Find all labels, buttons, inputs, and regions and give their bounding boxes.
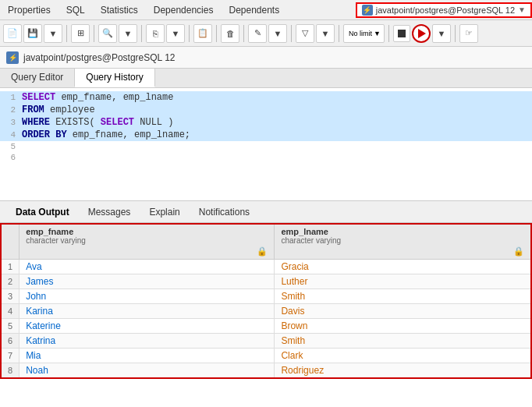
connection-label: javatpoint/postgres@PostgreSQL 12 bbox=[376, 5, 515, 15]
row-num-cell: 1 bbox=[1, 260, 20, 274]
table-row[interactable]: 6 Katrina Smith bbox=[1, 334, 531, 349]
row-num-cell: 8 bbox=[1, 363, 20, 379]
menu-bar: Properties SQL Statistics Dependencies D… bbox=[0, 0, 532, 20]
col-lname-type: character varying bbox=[281, 236, 524, 245]
sql-line-6: 6 bbox=[0, 152, 532, 163]
table-btn[interactable]: ⊞ bbox=[71, 24, 90, 43]
copy-arrow-btn[interactable]: ▼ bbox=[166, 24, 185, 43]
limit-arrow: ▼ bbox=[374, 30, 381, 37]
toolbar-sep-7 bbox=[291, 25, 292, 42]
table-row[interactable]: 4 Karina Davis bbox=[1, 304, 531, 319]
lock-icon-lname: 🔒 bbox=[513, 246, 524, 257]
search-btn[interactable]: 🔍 bbox=[98, 24, 117, 43]
fname-cell[interactable]: Katerine bbox=[20, 319, 275, 334]
fname-cell[interactable]: Noah bbox=[20, 363, 275, 379]
fname-cell[interactable]: James bbox=[20, 274, 275, 289]
edit-arrow-btn[interactable]: ▼ bbox=[268, 24, 287, 43]
tab-query-editor[interactable]: Query Editor bbox=[0, 69, 75, 87]
connection-icon: ⚡ bbox=[362, 5, 373, 16]
sql-line-2: 2 FROM employee bbox=[0, 104, 532, 116]
table-row[interactable]: 7 Mia Clark bbox=[1, 349, 531, 363]
tab-messages[interactable]: Messages bbox=[79, 204, 140, 221]
table-row[interactable]: 3 John Smith bbox=[1, 289, 531, 304]
line-content-4: ORDER BY emp_fname, emp_lname; bbox=[22, 129, 190, 140]
table-row[interactable]: 1 Ava Gracia bbox=[1, 260, 531, 274]
menu-properties[interactable]: Properties bbox=[0, 3, 59, 17]
toolbar-sep-3 bbox=[141, 25, 142, 42]
col-fname-name: emp_fname bbox=[26, 227, 268, 236]
delete-btn[interactable]: 🗑 bbox=[221, 24, 239, 43]
connection-arrow: ▼ bbox=[518, 5, 526, 14]
table-row[interactable]: 8 Noah Rodriguez bbox=[1, 363, 531, 379]
tab-data-output[interactable]: Data Output bbox=[6, 204, 79, 221]
toolbar-sep-1 bbox=[66, 25, 67, 42]
fname-cell[interactable]: Mia bbox=[20, 349, 275, 363]
search-arrow-btn[interactable]: ▼ bbox=[119, 24, 137, 43]
menu-dependents[interactable]: Dependents bbox=[221, 3, 287, 17]
row-num-cell: 4 bbox=[1, 304, 20, 319]
editor-tabs: Query Editor Query History bbox=[0, 69, 532, 88]
toolbar-sep-5 bbox=[216, 25, 217, 42]
lname-cell[interactable]: Rodriguez bbox=[275, 363, 531, 379]
tab-query-history[interactable]: Query History bbox=[75, 69, 154, 87]
conn-bar-text: javatpoint/postgres@PostgreSQL 12 bbox=[23, 52, 176, 63]
cursor-btn[interactable]: ☞ bbox=[459, 24, 478, 43]
table-row[interactable]: 2 James Luther bbox=[1, 274, 531, 289]
toolbar-sep-9 bbox=[388, 25, 389, 42]
output-tabs: Data Output Messages Explain Notificatio… bbox=[0, 201, 532, 223]
lname-cell[interactable]: Davis bbox=[275, 304, 531, 319]
save-arrow-btn[interactable]: ▼ bbox=[44, 24, 62, 43]
data-table: emp_fname character varying 🔒 emp_lname … bbox=[0, 223, 532, 379]
col-header-lname[interactable]: emp_lname character varying 🔒 bbox=[275, 224, 531, 260]
run-arrow-btn[interactable]: ▼ bbox=[432, 24, 451, 43]
line-num-1: 1 bbox=[0, 93, 22, 102]
paste-btn[interactable]: 📋 bbox=[193, 24, 212, 43]
fname-cell[interactable]: Katrina bbox=[20, 334, 275, 349]
tab-notifications[interactable]: Notifications bbox=[190, 204, 259, 221]
table-body: 1 Ava Gracia 2 James Luther 3 John Smith… bbox=[1, 260, 531, 379]
menu-sql[interactable]: SQL bbox=[59, 3, 93, 17]
lname-cell[interactable]: Brown bbox=[275, 319, 531, 334]
run-btn[interactable] bbox=[412, 24, 431, 43]
table-row[interactable]: 5 Katerine Brown bbox=[1, 319, 531, 334]
filter-btn[interactable]: ▽ bbox=[296, 24, 314, 43]
limit-label: No limit bbox=[349, 30, 372, 37]
limit-dropdown[interactable]: No limit ▼ bbox=[343, 24, 385, 43]
fname-cell[interactable]: Karina bbox=[20, 304, 275, 319]
edit-btn[interactable]: ✎ bbox=[248, 24, 267, 43]
menu-statistics[interactable]: Statistics bbox=[93, 3, 146, 17]
filter-arrow-btn[interactable]: ▼ bbox=[316, 24, 335, 43]
line-num-6: 6 bbox=[0, 153, 22, 162]
lock-icon-fname: 🔒 bbox=[257, 246, 268, 257]
col-fname-type: character varying bbox=[26, 236, 268, 245]
toolbar-sep-2 bbox=[94, 25, 94, 42]
sql-editor[interactable]: 1 SELECT emp_fname, emp_lname 2 FROM emp… bbox=[0, 88, 532, 201]
row-num-cell: 3 bbox=[1, 289, 20, 304]
copy-btn[interactable]: ⎘ bbox=[146, 24, 165, 43]
row-num-cell: 7 bbox=[1, 349, 20, 363]
lname-cell[interactable]: Clark bbox=[275, 349, 531, 363]
connection-bar: ⚡ javatpoint/postgres@PostgreSQL 12 bbox=[0, 47, 532, 69]
new-file-btn[interactable]: 📄 bbox=[3, 24, 22, 43]
sql-line-5: 5 bbox=[0, 141, 532, 152]
fname-cell[interactable]: Ava bbox=[20, 260, 275, 274]
line-content-3: WHERE EXISTS( SELECT NULL ) bbox=[22, 117, 173, 128]
lname-cell[interactable]: Gracia bbox=[275, 260, 531, 274]
save-btn[interactable]: 💾 bbox=[23, 24, 42, 43]
toolbar-sep-4 bbox=[189, 25, 190, 42]
toolbar-sep-6 bbox=[243, 25, 244, 42]
col-header-fname[interactable]: emp_fname character varying 🔒 bbox=[20, 224, 275, 260]
lname-cell[interactable]: Smith bbox=[275, 289, 531, 304]
main-layout: Properties SQL Statistics Dependencies D… bbox=[0, 0, 532, 407]
lname-cell[interactable]: Smith bbox=[275, 334, 531, 349]
lname-cell[interactable]: Luther bbox=[275, 274, 531, 289]
menu-dependencies[interactable]: Dependencies bbox=[146, 3, 222, 17]
fname-cell[interactable]: John bbox=[20, 289, 275, 304]
line-content-2: FROM employee bbox=[22, 104, 95, 115]
line-num-2: 2 bbox=[0, 105, 22, 115]
tab-explain[interactable]: Explain bbox=[140, 204, 189, 221]
sql-line-1: 1 SELECT emp_fname, emp_lname bbox=[0, 91, 532, 104]
menu-connection[interactable]: ⚡ javatpoint/postgres@PostgreSQL 12 ▼ bbox=[356, 2, 532, 18]
line-num-4: 4 bbox=[0, 130, 22, 140]
stop-btn[interactable] bbox=[393, 25, 410, 42]
